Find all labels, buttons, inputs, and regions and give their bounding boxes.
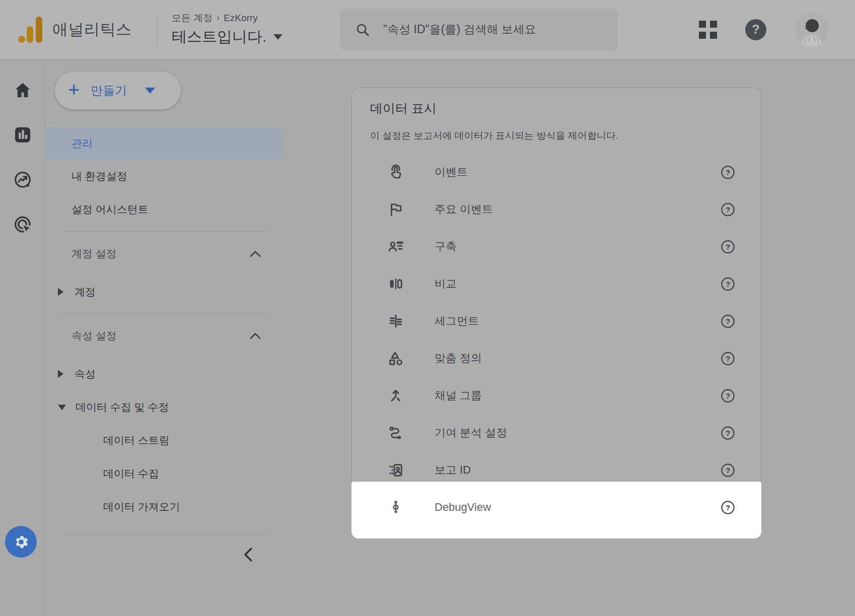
analytics-logo[interactable]: 애널리틱스 — [0, 16, 157, 43]
sidebar-item-property[interactable]: 속성 — [46, 357, 282, 391]
settings-row-key-events[interactable]: 주요 이벤트 ? — [352, 191, 761, 228]
attribution-icon — [386, 423, 406, 443]
section-label: 계정 설정 — [72, 247, 117, 261]
help-icon[interactable]: ? — [720, 239, 735, 254]
ga-admin-screen: 애널리틱스 모든 계정 › EzKorry 테스트입니다. — [0, 0, 855, 616]
svg-text:?: ? — [725, 428, 730, 437]
avatar[interactable] — [795, 13, 829, 47]
sidebar-divider — [58, 534, 270, 535]
settings-row-channel-groups[interactable]: 채널 그룹 ? — [352, 377, 761, 414]
sidebar-item-label: 내 환경설정 — [72, 169, 127, 183]
topbar-divider — [157, 14, 158, 46]
diagnostics-grid-icon[interactable] — [699, 21, 717, 39]
breadcrumb-chevron-icon: › — [217, 13, 220, 23]
sidebar-item-data-collection-child[interactable]: 데이터 수집 — [46, 457, 282, 490]
svg-text:?: ? — [725, 168, 730, 176]
settings-row-attribution-settings[interactable]: 기여 분석 설정 ? — [352, 414, 761, 451]
settings-row-reporting-identity[interactable]: 보고 ID ? — [352, 451, 761, 489]
svg-text:?: ? — [725, 279, 730, 288]
expand-triangle-icon[interactable] — [58, 370, 63, 378]
left-rail — [0, 60, 45, 616]
help-icon[interactable]: ? — [720, 425, 735, 440]
svg-text:?: ? — [725, 205, 730, 213]
svg-text:?: ? — [725, 354, 730, 362]
search-input[interactable] — [383, 23, 603, 36]
card-description: 이 설정은 보고서에 데이터가 표시되는 방식을 제어합니다. — [370, 129, 618, 142]
create-button-label: 만들기 — [91, 83, 127, 99]
topbar: 애널리틱스 모든 계정 › EzKorry 테스트입니다. — [0, 0, 855, 59]
settings-row-segments[interactable]: 세그먼트 ? — [352, 302, 761, 340]
row-label: 구축 — [435, 239, 457, 254]
help-icon[interactable]: ? — [720, 165, 735, 180]
help-icon[interactable]: ? — [720, 314, 735, 329]
help-icon[interactable]: ? — [720, 202, 735, 217]
chevron-up-icon — [250, 250, 261, 257]
sidebar-item-my-preferences[interactable]: 내 환경설정 — [46, 160, 282, 193]
row-label: DebugView — [435, 501, 491, 514]
help-icon[interactable]: ? — [720, 463, 735, 478]
svg-text:?: ? — [725, 391, 730, 400]
data-display-card: 데이터 표시 이 설정은 보고서에 데이터가 표시되는 방식을 제어합니다. 이… — [351, 88, 761, 537]
help-icon[interactable]: ? — [745, 19, 766, 40]
chevron-up-icon — [250, 332, 261, 339]
account-switcher[interactable]: 모든 계정 › EzKorry 테스트입니다. — [172, 12, 323, 47]
search-icon — [355, 22, 370, 37]
row-label: 세그먼트 — [435, 314, 479, 329]
product-name: 애널리틱스 — [52, 19, 132, 40]
create-button[interactable]: + 만들기 — [54, 71, 181, 110]
reporting-identity-icon — [386, 460, 406, 480]
svg-text:?: ? — [725, 466, 730, 474]
row-label: 보고 ID — [435, 463, 471, 478]
section-label: 속성 설정 — [72, 329, 117, 343]
settings-row-events[interactable]: 이벤트 ? — [352, 153, 761, 191]
settings-row-custom-definitions[interactable]: 맞춤 정의 ? — [352, 340, 761, 377]
sidebar-item-account[interactable]: 계정 — [46, 275, 282, 309]
segments-icon — [386, 311, 406, 331]
sidebar-item-label: 데이터 스트림 — [103, 433, 170, 447]
reports-icon[interactable] — [13, 125, 33, 145]
collapse-sidebar-button[interactable] — [237, 544, 259, 566]
expand-triangle-icon[interactable] — [58, 288, 63, 296]
advertising-icon[interactable] — [13, 214, 33, 235]
settings-row-debugview[interactable]: DebugView ? — [352, 489, 761, 526]
sidebar-item-data-collection[interactable]: 데이터 수집 및 수정 — [46, 391, 282, 424]
row-label: 맞춤 정의 — [435, 351, 482, 366]
sidebar-item-label: 설정 어시스턴트 — [72, 202, 149, 216]
sidebar-item-label: 관리 — [72, 136, 93, 150]
search-bar[interactable] — [340, 9, 618, 51]
sidebar-item-label: 계정 — [75, 285, 96, 299]
settings-row-comparisons[interactable]: 비교 ? — [352, 265, 761, 302]
sidebar-item-admin[interactable]: 관리 — [46, 127, 282, 160]
audience-icon — [386, 237, 406, 257]
section-property-settings[interactable]: 속성 설정 — [46, 314, 282, 357]
breadcrumb: 모든 계정 › EzKorry — [172, 12, 323, 25]
sidebar-item-label: 속성 — [75, 367, 96, 381]
breadcrumb-account[interactable]: EzKorry — [224, 13, 258, 24]
property-title[interactable]: 테스트입니다. — [172, 27, 266, 47]
help-icon[interactable]: ? — [720, 351, 735, 366]
collapse-triangle-icon[interactable] — [58, 405, 66, 410]
custom-definitions-icon — [386, 348, 406, 368]
touch-icon — [386, 162, 406, 182]
row-label: 비교 — [435, 276, 457, 291]
row-label: 기여 분석 설정 — [435, 425, 507, 440]
admin-sidebar: + 만들기 관리 내 환경설정 설정 어시스턴트 계정 설정 — [46, 60, 282, 616]
admin-gear-icon[interactable] — [5, 526, 37, 558]
settings-row-audiences[interactable]: 구축 ? — [352, 228, 761, 265]
sidebar-item-label: 데이터 수집 — [103, 467, 159, 481]
explore-icon[interactable] — [13, 170, 33, 190]
sidebar-item-setup-assistant[interactable]: 설정 어시스턴트 — [46, 193, 282, 226]
home-icon[interactable] — [13, 80, 33, 100]
sidebar-item-label: 데이터 수집 및 수정 — [76, 400, 169, 414]
sidebar-item-data-import[interactable]: 데이터 가져오기 — [46, 490, 282, 523]
sidebar-item-data-streams[interactable]: 데이터 스트림 — [46, 424, 282, 457]
flag-icon — [386, 199, 406, 219]
create-caret-icon — [145, 88, 155, 94]
svg-text:?: ? — [725, 242, 730, 251]
sidebar-item-label: 데이터 가져오기 — [103, 500, 180, 514]
help-icon[interactable]: ? — [720, 500, 735, 515]
help-icon[interactable]: ? — [720, 388, 735, 403]
breadcrumb-all-accounts[interactable]: 모든 계정 — [172, 12, 212, 25]
help-icon[interactable]: ? — [720, 276, 735, 291]
section-account-settings[interactable]: 계정 설정 — [46, 232, 282, 275]
